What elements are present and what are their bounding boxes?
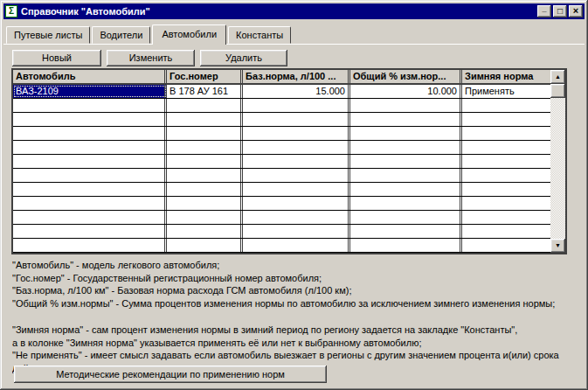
close-button-icon[interactable]: × (569, 5, 583, 17)
vertical-scrollbar: ▲ ▼ (550, 70, 565, 253)
table-row-empty (13, 211, 565, 225)
table-row-empty (13, 127, 565, 141)
grid-body: ВАЗ-2109 В 178 АУ 161 15.000 10.000 Прим… (13, 85, 565, 253)
cell-base-norm[interactable]: 15.000 (243, 85, 350, 98)
table-cell-empty (243, 155, 350, 168)
table-row-empty (13, 99, 565, 113)
cell-automobile[interactable]: ВАЗ-2109 (13, 85, 167, 98)
description-line: "Гос.номер" - Государственный регистраци… (12, 272, 582, 285)
scroll-down-icon[interactable]: ▼ (550, 239, 565, 253)
table-row-empty (13, 141, 565, 155)
table-row-empty (13, 197, 565, 211)
table-cell-empty (462, 239, 550, 252)
description-line: "Баз.норма, л/100 км" - Базовая норма ра… (12, 284, 582, 297)
table-cell-empty (462, 141, 550, 154)
table-cell-empty (167, 183, 243, 196)
description-text: "Автомобиль" - модель легкового автомоби… (12, 259, 582, 374)
title-bar[interactable]: Σ Справочник "Автомобили" _ □ × (3, 3, 585, 19)
table-cell-empty (167, 197, 243, 210)
table-cell-empty (350, 183, 462, 196)
table-cell-empty (462, 169, 550, 182)
table-cell-empty (167, 127, 243, 140)
table-cell-empty (243, 141, 350, 154)
table-cell-empty (243, 225, 350, 238)
tab-strip: Путевые листы Водители Автомобили Конста… (6, 24, 293, 44)
description-line: "Не применять" - имеет смысл задавать ес… (12, 349, 582, 362)
table-cell-empty (243, 99, 350, 112)
table-cell-empty (13, 239, 167, 252)
edit-button[interactable]: Изменить (107, 50, 195, 66)
description-line: "Зимняя норма" - сам процент изменения н… (12, 324, 582, 337)
table-cell-empty (350, 211, 462, 224)
grid-empty-rows (13, 99, 565, 253)
description-line: "Автомобиль" - модель легкового автомоби… (12, 259, 582, 272)
table-cell-empty (167, 169, 243, 182)
table-row-selected[interactable]: ВАЗ-2109 В 178 АУ 161 15.000 10.000 Прим… (13, 85, 565, 99)
cell-plate[interactable]: В 178 АУ 161 (167, 85, 243, 98)
table-cell-empty (350, 169, 462, 182)
table-cell-empty (243, 239, 350, 252)
table-row-empty (13, 225, 565, 239)
new-button[interactable]: Новый (12, 50, 101, 66)
table-cell-empty (243, 211, 350, 224)
delete-button[interactable]: Удалить (200, 50, 287, 66)
table-cell-empty (462, 211, 550, 224)
table-cell-empty (243, 127, 350, 140)
table-cell-empty (167, 211, 243, 224)
column-header-winter-norm[interactable]: Зимняя норма (462, 70, 550, 83)
table-cell-empty (350, 127, 462, 140)
table-cell-empty (13, 211, 167, 224)
table-cell-empty (13, 127, 167, 140)
table-cell-empty (167, 141, 243, 154)
table-cell-empty (462, 99, 550, 112)
table-cell-empty (13, 113, 167, 126)
table-cell-empty (167, 99, 243, 112)
table-cell-empty (350, 155, 462, 168)
table-cell-empty (350, 113, 462, 126)
table-cell-empty (243, 113, 350, 126)
table-cell-empty (462, 155, 550, 168)
table-cell-empty (243, 197, 350, 210)
table-cell-empty (167, 239, 243, 252)
table-row-empty (13, 169, 565, 183)
column-header-total-pct[interactable]: Общий % изм.нор... (350, 70, 462, 83)
column-header-automobile[interactable]: Автомобиль (13, 70, 167, 83)
scrollbar-thumb[interactable] (550, 84, 565, 98)
table-cell-empty (167, 225, 243, 238)
table-cell-empty (13, 99, 167, 112)
table-cell-empty (350, 225, 462, 238)
tab-constants[interactable]: Константы (228, 26, 291, 44)
table-row-empty (13, 239, 565, 253)
cell-total-pct[interactable]: 10.000 (350, 85, 462, 98)
column-header-plate[interactable]: Гос.номер (167, 70, 243, 83)
table-cell-empty (350, 99, 462, 112)
table-row-empty (13, 183, 565, 197)
maximize-button-icon[interactable]: □ (553, 5, 567, 17)
table-cell-empty (462, 113, 550, 126)
description-line: а в колонке "Зимняя норма" указывается п… (12, 337, 582, 350)
scroll-up-icon[interactable]: ▲ (550, 70, 565, 84)
methodology-button[interactable]: Методические рекомендации по применению … (14, 366, 327, 383)
window-title: Справочник "Автомобили" (21, 6, 536, 17)
table-cell-empty (13, 141, 167, 154)
table-cell-empty (13, 169, 167, 182)
minimize-button-icon[interactable]: _ (537, 5, 551, 17)
table-row-empty (13, 155, 565, 169)
table-cell-empty (462, 225, 550, 238)
table-cell-empty (350, 239, 462, 252)
table-cell-empty (350, 197, 462, 210)
description-line: "Общий % изм.нормы" - Сумма процентов из… (12, 297, 582, 310)
dialog-window: Σ Справочник "Автомобили" _ □ × Путевые … (0, 0, 588, 390)
column-header-base-norm[interactable]: Баз.норма, л/100 ... (243, 70, 350, 83)
table-cell-empty (13, 225, 167, 238)
tab-waybills[interactable]: Путевые листы (6, 26, 90, 44)
tab-automobiles[interactable]: Автомобили (152, 24, 226, 45)
table-cell-empty (462, 197, 550, 210)
automobiles-grid: Автомобиль Гос.номер Баз.норма, л/100 ..… (11, 68, 567, 254)
table-cell-empty (13, 155, 167, 168)
table-row-empty (13, 113, 565, 127)
cell-winter-norm[interactable]: Применять (462, 85, 550, 98)
tab-drivers[interactable]: Водители (92, 26, 150, 44)
grid-header-row: Автомобиль Гос.номер Баз.норма, л/100 ..… (13, 70, 565, 85)
table-cell-empty (462, 127, 550, 140)
